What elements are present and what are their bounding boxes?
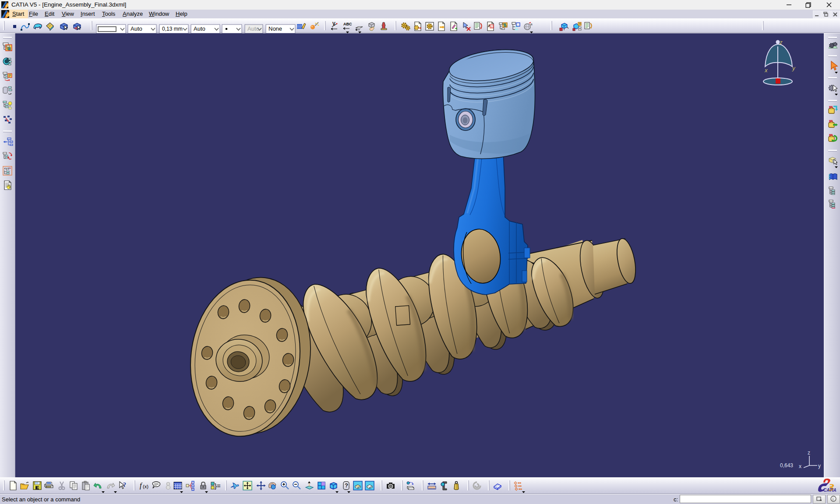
svg-text:}=: }= — [215, 482, 221, 490]
svg-text:0,13 mm: 0,13 mm — [162, 26, 183, 32]
svg-text:ABC: ABC — [343, 22, 352, 26]
svg-text:z: z — [808, 450, 810, 456]
svg-text:(x): (x) — [143, 484, 148, 489]
svg-text:None: None — [268, 25, 282, 32]
svg-text:Auto: Auto — [247, 25, 259, 32]
svg-text:Auto: Auto — [194, 25, 205, 32]
svg-text:x: x — [799, 463, 801, 469]
svg-text:z: z — [779, 39, 783, 46]
svg-text:0,643: 0,643 — [780, 462, 793, 469]
svg-text:n: n — [530, 22, 533, 26]
svg-text:i: i — [833, 497, 833, 501]
svg-text:Auto: Auto — [131, 25, 142, 32]
svg-text:x: x — [764, 67, 768, 74]
svg-text:y: y — [792, 65, 796, 71]
svg-text:y: y — [818, 463, 821, 469]
svg-text:?: ? — [123, 482, 126, 488]
svg-text:?: ? — [345, 482, 348, 489]
svg-text:CATIA: CATIA — [823, 488, 836, 493]
svg-text:xyz: xyz — [4, 167, 10, 170]
svg-text:15: 15 — [491, 25, 494, 28]
svg-text:f: f — [140, 482, 143, 490]
